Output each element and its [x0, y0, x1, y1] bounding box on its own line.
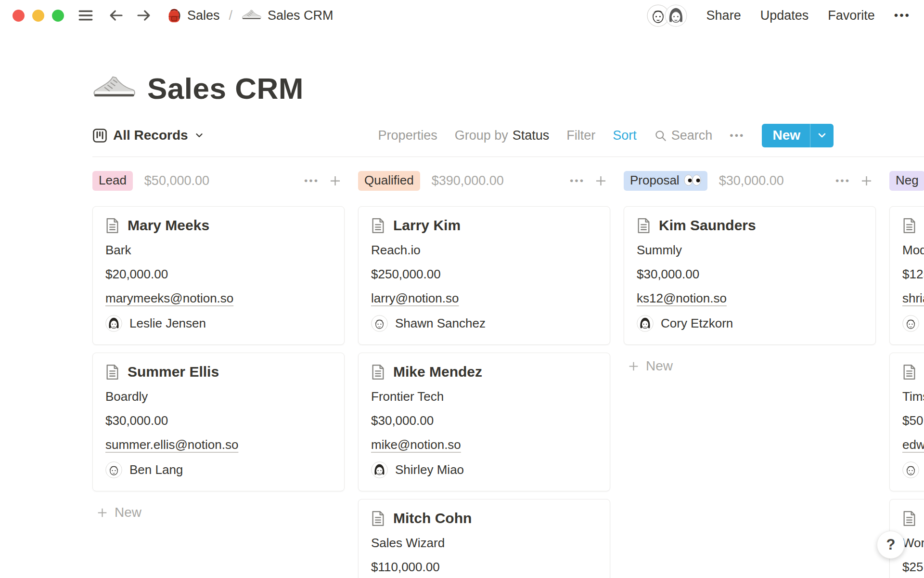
card-title: Mary Meeks [128, 217, 209, 234]
collaborator-avatars[interactable] [647, 4, 687, 27]
person-name: Ben Lang [129, 462, 183, 477]
card-value: $30,000.00 [637, 267, 863, 282]
group-by-value: Status [513, 128, 550, 143]
card-email-link[interactable]: shria [902, 291, 924, 305]
filter-button[interactable]: Filter [566, 128, 595, 143]
add-card-button[interactable]: New [92, 505, 345, 520]
column-add-icon[interactable] [860, 174, 873, 187]
plus-icon [628, 360, 640, 372]
card-company: Summly [637, 243, 863, 258]
help-button[interactable]: ? [877, 531, 905, 559]
person-name: Shawn Sanchez [395, 316, 486, 331]
chevron-down-icon [816, 130, 828, 141]
column-more-icon[interactable]: ••• [835, 175, 850, 186]
card-company: Reach.io [371, 243, 597, 258]
card-title: Summer Ellis [128, 364, 219, 380]
column-more-icon[interactable]: ••• [570, 175, 585, 186]
record-card[interactable]: E Tims $50, edwi H [889, 353, 924, 491]
zoom-window-button[interactable] [52, 10, 64, 22]
card-value: $20,000.00 [105, 267, 332, 282]
record-card[interactable]: S Mode $125, shria B [889, 206, 924, 345]
window-titlebar: Sales / Sales CRM Share Updates Favorite… [0, 0, 924, 31]
person-avatar [902, 461, 919, 478]
card-title: Mitch Cohn [393, 510, 472, 526]
page-sneaker-icon[interactable] [92, 74, 137, 104]
breadcrumb: Sales / Sales CRM [167, 7, 334, 24]
add-card-label: New [115, 505, 141, 520]
column-add-icon[interactable] [329, 174, 342, 187]
forward-button[interactable] [136, 9, 152, 22]
record-card-larry-kim[interactable]: Larry Kim Reach.io $250,000.00 larry@not… [358, 206, 610, 345]
card-company: Tims [902, 389, 924, 404]
updates-button[interactable]: Updates [760, 8, 809, 23]
column-more-icon[interactable]: ••• [304, 175, 319, 186]
plus-icon [96, 507, 108, 519]
group-by-button[interactable]: Group by Status [455, 128, 550, 143]
kanban-column-proposal: Proposal $30,000.00 ••• Kim Saunders Sum… [624, 171, 876, 578]
search-button[interactable]: Search [654, 128, 713, 143]
minimize-window-button[interactable] [32, 10, 44, 22]
card-value: $250,000.00 [371, 267, 597, 282]
sort-button[interactable]: Sort [613, 128, 637, 143]
properties-button[interactable]: Properties [378, 128, 437, 143]
share-button[interactable]: Share [706, 8, 741, 23]
page-icon [902, 364, 916, 380]
back-button[interactable] [108, 9, 124, 22]
card-value: $110,000.00 [371, 560, 597, 575]
column-header: Lead $50,000.00 ••• [92, 171, 345, 190]
toolbar-divider [92, 157, 924, 157]
status-badge-qualified[interactable]: Qualified [358, 171, 420, 191]
column-sum: $390,000.00 [432, 173, 504, 188]
new-button[interactable]: New [762, 124, 810, 147]
group-by-label: Group by [455, 128, 508, 143]
traffic-lights [13, 10, 64, 22]
hamburger-icon [77, 9, 94, 22]
page-icon [902, 511, 916, 526]
column-header: Neg [889, 171, 924, 190]
record-card-mike-mendez[interactable]: Mike Mendez Frontier Tech $30,000.00 mik… [358, 353, 610, 491]
close-window-button[interactable] [13, 10, 25, 22]
toolbar-more-icon[interactable]: ••• [730, 130, 744, 141]
person-avatar [902, 315, 919, 332]
window-more-icon[interactable]: ••• [894, 9, 911, 22]
add-card-button[interactable]: New [624, 358, 876, 374]
new-dropdown-button[interactable] [810, 124, 834, 147]
kanban-column-lead: Lead $50,000.00 ••• Mary Meeks Bark $20,… [92, 171, 345, 578]
card-email-link[interactable]: mike@notion.so [371, 437, 461, 452]
arrow-right-icon [136, 9, 152, 22]
card-email-link[interactable]: marymeeks@notion.so [105, 291, 233, 305]
card-value: $30,000.00 [105, 413, 332, 428]
notion-window: Sales / Sales CRM Share Updates Favorite… [0, 0, 924, 578]
favorite-button[interactable]: Favorite [828, 8, 875, 23]
page-title[interactable]: Sales CRM [147, 71, 304, 105]
person-name: Leslie Jensen [129, 316, 206, 331]
arrow-left-icon [108, 9, 124, 22]
record-card-summer-ellis[interactable]: Summer Ellis Boardly $30,000.00 summer.e… [92, 353, 345, 491]
record-card-mitch-cohn[interactable]: Mitch Cohn Sales Wizard $110,000.00 mitc… [358, 499, 610, 578]
breadcrumb-item-sales[interactable]: Sales [167, 7, 220, 24]
card-email-link[interactable]: ks12@notion.so [637, 291, 727, 305]
card-value: $50, [902, 413, 924, 428]
view-switcher[interactable]: All Records [92, 128, 205, 143]
card-email-link[interactable]: summer.ellis@notion.so [105, 437, 238, 452]
page-icon [371, 511, 385, 526]
column-add-icon[interactable] [594, 174, 607, 187]
record-card-kim-saunders[interactable]: Kim Saunders Summly $30,000.00 ks12@noti… [624, 206, 876, 345]
chevron-down-icon [194, 130, 205, 141]
search-label: Search [671, 128, 713, 143]
card-title: Larry Kim [393, 217, 461, 234]
column-sum: $50,000.00 [144, 173, 209, 188]
sneaker-icon [242, 9, 262, 22]
sidebar-toggle-button[interactable] [77, 9, 108, 22]
person-name: Cory Etzkorn [661, 316, 733, 331]
card-company: Frontier Tech [371, 389, 597, 404]
status-badge-proposal[interactable]: Proposal [624, 171, 707, 191]
breadcrumb-item-sales-crm[interactable]: Sales CRM [242, 8, 334, 23]
record-card-mary-meeks[interactable]: Mary Meeks Bark $20,000.00 marymeeks@not… [92, 206, 345, 345]
status-badge-label: Proposal [630, 173, 680, 188]
status-badge-negotiation[interactable]: Neg [889, 171, 924, 191]
card-email-link[interactable]: larry@notion.so [371, 291, 459, 305]
page-header: Sales CRM [92, 71, 924, 105]
status-badge-lead[interactable]: Lead [92, 171, 133, 191]
card-email-link[interactable]: edwi [902, 437, 924, 452]
